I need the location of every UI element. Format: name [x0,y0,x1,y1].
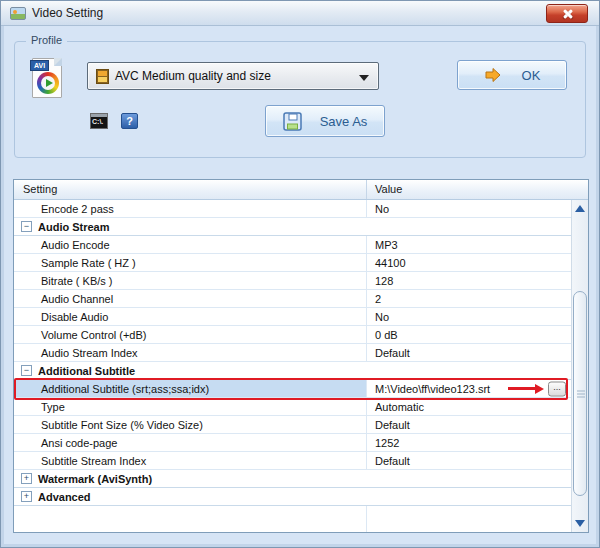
avi-badge: AVI [30,60,49,71]
scrollbar-thumb[interactable] [573,291,587,496]
setting-cell: Sample Rate ( HZ ) [14,254,367,271]
chevron-down-icon[interactable] [359,75,369,81]
vertical-scrollbar[interactable] [571,200,588,532]
table-row[interactable]: +Advanced [14,488,571,506]
value-cell: MP3 [367,236,571,253]
table-body-rows: Encode 2 passNo−Audio StreamAudio Encode… [14,200,571,532]
value-cell: No [367,308,571,325]
table-row[interactable]: TypeAutomatic [14,398,571,416]
avi-file-icon: AVI [30,54,64,98]
value-text: Default [375,419,410,431]
command-line-icon[interactable]: C:\. [90,113,108,129]
scrollbar-up-icon [575,205,585,212]
browse-button[interactable]: ... [548,381,566,396]
collapse-icon[interactable]: − [21,221,32,232]
value-text: MP3 [375,239,398,251]
table-body: Encode 2 passNo−Audio StreamAudio Encode… [14,200,588,532]
column-header-setting[interactable]: Setting [14,180,367,199]
dropdown-value: AVC Medium quality and size [115,69,271,83]
annotation-arrow-icon [508,384,544,394]
collapse-icon[interactable]: − [21,365,32,376]
value-cell: 1252 [367,434,571,451]
table-row[interactable]: Audio EncodeMP3 [14,236,571,254]
value-text: 128 [375,275,393,287]
table-row[interactable]: Subtitle Stream IndexDefault [14,452,571,470]
setting-cell: Encode 2 pass [14,200,367,217]
ok-arrow-icon [484,67,502,83]
profile-groupbox: Profile AVI AVC Medium quality and size … [14,41,586,158]
table-header: Setting Value [14,180,588,200]
window-title: Video Setting [32,6,103,20]
table-row[interactable]: Audio Stream IndexDefault [14,344,571,362]
value-text: Default [375,455,410,467]
save-as-label: Save As [320,114,368,129]
table-row[interactable]: Additional Subtitle (srt;ass;ssa;idx)M:\… [14,380,571,398]
value-cell: 128 [367,272,571,289]
value-cell: 44100 [367,254,571,271]
value-cell: Automatic [367,398,571,415]
table-row[interactable]: −Audio Stream [14,218,571,236]
value-text: 2 [375,293,381,305]
close-button[interactable] [546,4,588,23]
table-row[interactable]: Disable AudioNo [14,308,571,326]
profile-preset-dropdown[interactable]: AVC Medium quality and size [87,62,379,90]
setting-cell: Audio Stream Index [14,344,367,361]
setting-cell: Bitrate ( KB/s ) [14,272,367,289]
table-row[interactable]: Ansi code-page1252 [14,434,571,452]
value-cell[interactable]: M:\Video\ff\video123.srt... [367,380,571,397]
setting-cell: Additional Subtitle (srt;ass;ssa;idx) [14,380,367,397]
title-bar: Video Setting [1,1,599,26]
table-row[interactable]: Subtitle Font Size (% Video Size)Default [14,416,571,434]
help-icon[interactable]: ? [121,113,138,129]
empty-row-area [14,506,571,532]
setting-cell: Disable Audio [14,308,367,325]
setting-cell: Subtitle Stream Index [14,452,367,469]
ok-button-label: OK [522,68,541,83]
expand-icon[interactable]: + [21,473,32,484]
video-setting-dialog: Video Setting Profile AVI AVC Medium qua… [0,0,600,548]
value-text: Automatic [375,401,424,413]
group-label: Audio Stream [38,221,110,233]
value-cell: 2 [367,290,571,307]
setting-cell: Volume Control (+dB) [14,326,367,343]
floppy-icon [283,112,302,131]
close-icon [562,8,573,19]
value-cell: No [367,200,571,217]
setting-cell: Audio Channel [14,290,367,307]
table-row[interactable]: +Watermark (AviSynth) [14,470,571,488]
command-line-text: C:\. [92,118,103,126]
table-row[interactable]: Encode 2 passNo [14,200,571,218]
table-row[interactable]: Audio Channel2 [14,290,571,308]
ok-button[interactable]: OK [457,60,567,90]
value-text: Default [375,347,410,359]
value-text: 44100 [375,257,406,269]
value-text: 0 dB [375,329,398,341]
table-row[interactable]: Sample Rate ( HZ )44100 [14,254,571,272]
setting-cell [14,506,367,532]
column-header-value[interactable]: Value [367,180,588,199]
avi-fold-shape [54,58,62,66]
table-row[interactable]: −Additional Subtitle [14,362,571,380]
table-row[interactable]: Bitrate ( KB/s )128 [14,272,571,290]
play-disc-icon [37,72,59,94]
film-icon [96,69,109,84]
value-text: No [375,311,389,323]
value-cell: Default [367,344,571,361]
value-cell: Default [367,416,571,433]
value-text: No [375,203,389,215]
value-cell: 0 dB [367,326,571,343]
scrollbar-grip-icon [577,388,585,399]
settings-table: Setting Value Encode 2 passNo−Audio Stre… [13,179,589,533]
expand-icon[interactable]: + [21,491,32,502]
scrollbar-down-icon [575,520,585,527]
table-row[interactable]: Volume Control (+dB)0 dB [14,326,571,344]
group-label: Advanced [38,491,91,503]
value-text: 1252 [375,437,399,449]
profile-group-label: Profile [26,34,67,46]
scroll-down-button[interactable] [572,516,588,532]
save-as-button[interactable]: Save As [265,105,385,137]
group-label: Watermark (AviSynth) [38,473,152,485]
scroll-up-button[interactable] [572,200,588,216]
app-icon [10,7,26,20]
setting-cell: Audio Encode [14,236,367,253]
